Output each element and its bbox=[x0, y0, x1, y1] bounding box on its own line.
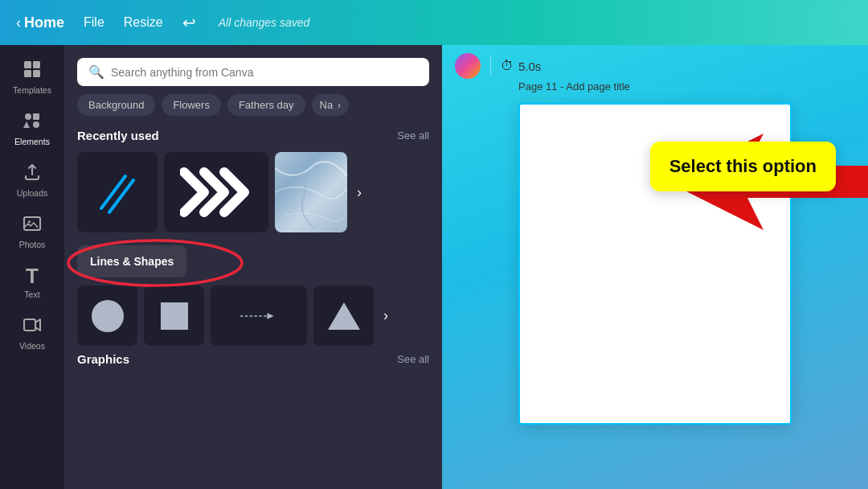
back-icon: ‹ bbox=[16, 14, 21, 31]
lines-shapes-button[interactable]: Lines & Shapes bbox=[77, 245, 186, 277]
canvas-topbar: ⏱ 5.0s bbox=[442, 45, 868, 87]
svg-line-12 bbox=[109, 180, 133, 212]
back-button[interactable]: ‹ Home bbox=[16, 14, 64, 31]
photos-label: Photos bbox=[19, 240, 46, 249]
videos-label: Videos bbox=[19, 341, 45, 351]
canvas-area: ⏱ 5.0s Page 11 - Add page title Select t… bbox=[442, 45, 868, 489]
svg-rect-3 bbox=[33, 70, 40, 77]
lines-shapes-section: Lines & Shapes bbox=[77, 245, 429, 346]
svg-rect-2 bbox=[24, 70, 31, 77]
page-title-label: Page 11 - Add page title bbox=[518, 80, 630, 92]
shapes-row: › bbox=[77, 286, 429, 346]
svg-marker-6 bbox=[23, 121, 30, 128]
sidebar: Templates Elements Uploads bbox=[0, 45, 64, 489]
elements-label: Elements bbox=[14, 137, 50, 146]
svg-point-9 bbox=[28, 220, 31, 223]
graphics-header: Graphics See all bbox=[77, 352, 429, 366]
search-area: 🔍 bbox=[64, 45, 442, 94]
uploads-icon bbox=[23, 162, 42, 185]
recent-item-chevrons[interactable] bbox=[164, 152, 268, 232]
text-label: Text bbox=[24, 290, 39, 299]
recently-used-next[interactable]: › bbox=[354, 152, 365, 232]
file-button[interactable]: File bbox=[84, 15, 104, 30]
elements-panel: 🔍 Background Flowers Fathers day Na › Re… bbox=[64, 45, 442, 489]
filter-more[interactable]: Na › bbox=[312, 94, 350, 116]
recently-used-header: Recently used See all bbox=[77, 129, 429, 142]
recently-used-grid: › bbox=[77, 152, 429, 232]
filter-more-label: Na bbox=[320, 99, 334, 111]
canvas-timer: ⏱ 5.0s bbox=[501, 59, 541, 73]
uploads-label: Uploads bbox=[17, 188, 48, 198]
svg-rect-5 bbox=[33, 113, 39, 120]
filter-flowers[interactable]: Flowers bbox=[162, 94, 221, 116]
recent-item-lines[interactable] bbox=[77, 152, 158, 232]
home-link[interactable]: Home bbox=[24, 14, 64, 31]
timer-icon: ⏱ bbox=[501, 59, 514, 73]
search-icon: 🔍 bbox=[88, 64, 104, 80]
canvas-divider bbox=[490, 56, 491, 76]
recent-item-marble[interactable] bbox=[275, 152, 347, 232]
svg-rect-0 bbox=[24, 61, 31, 68]
svg-line-11 bbox=[101, 176, 125, 208]
filter-pills: Background Flowers Fathers day Na › bbox=[64, 94, 442, 125]
videos-icon bbox=[23, 315, 42, 338]
svg-rect-10 bbox=[24, 319, 35, 331]
shape-circle[interactable] bbox=[77, 286, 137, 346]
main-content: Templates Elements Uploads bbox=[0, 45, 868, 489]
svg-rect-15 bbox=[161, 302, 188, 330]
topbar: ‹ Home File Resize ↩ All changes saved bbox=[0, 0, 868, 45]
sidebar-item-uploads[interactable]: Uploads bbox=[0, 154, 64, 206]
graphics-see-all[interactable]: See all bbox=[397, 353, 429, 365]
shapes-next[interactable]: › bbox=[380, 307, 391, 324]
photos-icon bbox=[23, 214, 42, 236]
recently-used-see-all[interactable]: See all bbox=[397, 129, 429, 142]
timer-value: 5.0s bbox=[518, 60, 541, 73]
svg-point-4 bbox=[25, 113, 31, 120]
graphics-section: Graphics See all bbox=[77, 352, 429, 366]
sidebar-item-text[interactable]: T Text bbox=[0, 257, 64, 307]
sidebar-item-videos[interactable]: Videos bbox=[0, 307, 64, 359]
canvas-logo bbox=[455, 53, 481, 79]
search-box[interactable]: 🔍 bbox=[77, 58, 429, 86]
undo-button[interactable]: ↩ bbox=[182, 13, 196, 32]
sidebar-item-elements[interactable]: Elements bbox=[0, 103, 64, 154]
graphics-title: Graphics bbox=[77, 352, 129, 366]
sidebar-item-templates[interactable]: Templates bbox=[0, 51, 64, 103]
svg-marker-17 bbox=[267, 313, 273, 319]
svg-marker-18 bbox=[328, 302, 360, 330]
svg-rect-1 bbox=[33, 61, 40, 68]
shape-arrow[interactable] bbox=[211, 286, 307, 346]
elements-icon bbox=[23, 111, 42, 134]
chevron-right-icon: › bbox=[338, 99, 341, 111]
text-icon: T bbox=[26, 265, 39, 286]
callout-text: Select this option bbox=[669, 156, 817, 176]
filter-fathers-day[interactable]: Fathers day bbox=[227, 94, 305, 116]
panel-content: Recently used See all bbox=[64, 125, 442, 489]
templates-icon bbox=[23, 60, 42, 82]
svg-point-14 bbox=[92, 300, 124, 332]
resize-button[interactable]: Resize bbox=[124, 15, 163, 30]
templates-label: Templates bbox=[13, 85, 51, 95]
filter-background[interactable]: Background bbox=[77, 94, 155, 116]
saved-status: All changes saved bbox=[219, 16, 310, 29]
callout-box: Select this option bbox=[650, 142, 836, 191]
sidebar-item-photos[interactable]: Photos bbox=[0, 206, 64, 257]
shape-square[interactable] bbox=[144, 286, 204, 346]
shape-triangle[interactable] bbox=[313, 286, 374, 346]
search-input[interactable] bbox=[111, 66, 418, 79]
svg-rect-7 bbox=[33, 121, 39, 128]
recently-used-title: Recently used bbox=[77, 129, 159, 142]
